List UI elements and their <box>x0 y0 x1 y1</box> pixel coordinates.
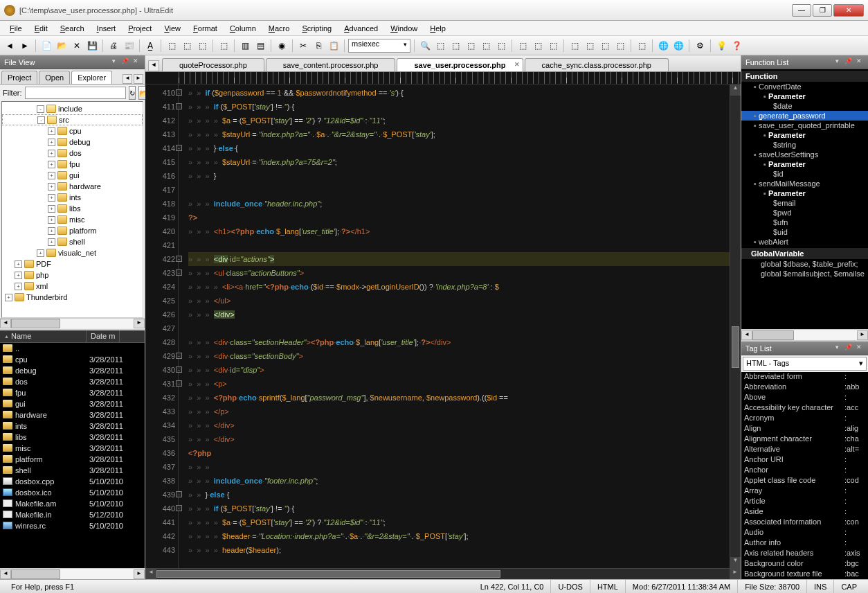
scroll-thumb[interactable] <box>752 330 794 340</box>
file-row[interactable]: hardware3/28/2011 <box>0 409 145 421</box>
menu-advanced[interactable]: Advanced <box>338 23 383 34</box>
editor-tab[interactable]: quoteProcessor.php <box>162 58 264 71</box>
function-item[interactable]: webAlert <box>741 237 868 247</box>
tree-item-include[interactable]: -include <box>2 103 143 114</box>
function-item[interactable]: sendMailMessage <box>741 179 868 188</box>
find-next-button[interactable]: ⬚ <box>433 39 447 53</box>
tool-button-16[interactable]: ⬚ <box>598 39 612 53</box>
tree-item-Thunderbird[interactable]: +Thunderbird <box>2 292 143 303</box>
tool-button-14[interactable]: ⬚ <box>568 39 581 53</box>
tag-row[interactable]: Acronym: <box>741 414 868 424</box>
hscroll-thumb[interactable] <box>156 570 500 578</box>
file-row[interactable]: gui3/28/2011 <box>0 398 145 409</box>
tag-row[interactable]: Article: <box>741 497 868 507</box>
open-button[interactable]: 📂 <box>55 39 69 53</box>
panel-menu-icon[interactable]: ▾ <box>109 57 118 67</box>
editor-vscroll[interactable]: ▲ ▼ <box>730 85 741 568</box>
file-row[interactable]: misc3/28/2011 <box>0 443 145 454</box>
toolbar-combo[interactable]: msiexec <box>348 39 410 53</box>
tag-row[interactable]: Alternative:alt= <box>741 445 868 455</box>
file-row[interactable]: .. <box>0 343 145 354</box>
fileview-tab-explorer[interactable]: Explorer <box>71 71 112 84</box>
function-item[interactable]: Parameter <box>741 159 868 169</box>
tool-button-18[interactable]: ⬚ <box>635 39 649 53</box>
file-row[interactable]: Makefile.am5/10/2010 <box>0 498 145 509</box>
maximize-button[interactable]: ❐ <box>813 4 832 17</box>
file-row[interactable]: winres.rc5/10/2010 <box>0 520 145 531</box>
tree-item-platform[interactable]: +platform <box>2 225 143 236</box>
tree-item-libs[interactable]: +libs <box>2 203 143 214</box>
file-row[interactable]: dos3/28/2011 <box>0 376 145 387</box>
tag-row[interactable]: Abbreviated form: <box>741 372 868 382</box>
panel-pin-icon[interactable]: 📌 <box>843 344 853 353</box>
scroll-thumb[interactable] <box>11 569 60 579</box>
tag-row[interactable]: Background texture file:bac <box>741 569 868 579</box>
file-row[interactable]: shell3/28/2011 <box>0 465 145 476</box>
file-row[interactable]: cpu3/28/2011 <box>0 354 145 365</box>
replace-button[interactable]: ⬚ <box>449 39 462 53</box>
tree-item-PDF[interactable]: +PDF <box>2 258 143 269</box>
tool-button-17[interactable]: ⬚ <box>613 39 627 53</box>
tree-item-cpu[interactable]: +cpu <box>2 125 143 136</box>
copy-button[interactable]: ⎘ <box>311 39 325 53</box>
scroll-left-icon[interactable]: ◄ <box>741 330 752 340</box>
file-row[interactable]: Makefile.in5/12/2010 <box>0 509 145 520</box>
column-button[interactable]: ▥ <box>238 39 252 53</box>
tag-row[interactable]: Alignment character:cha <box>741 434 868 445</box>
about-button[interactable]: ❓ <box>730 39 743 53</box>
filelist-body[interactable]: ..cpu3/28/2011debug3/28/2011dos3/28/2011… <box>0 343 145 568</box>
back-button[interactable]: ◄ <box>3 39 17 53</box>
filter-refresh-button[interactable]: ↻ <box>129 86 136 100</box>
function-item[interactable]: GlobalVariable <box>741 248 868 259</box>
file-row[interactable]: ints3/28/2011 <box>0 421 145 432</box>
tree-item-php[interactable]: +php <box>2 269 143 281</box>
tree-item-dos[interactable]: +dos <box>2 148 143 159</box>
tag-list-combo[interactable]: HTML - Tags <box>743 357 867 371</box>
file-row[interactable]: debug3/28/2011 <box>0 365 145 376</box>
menu-format[interactable]: Format <box>188 23 223 34</box>
function-item[interactable]: $ufn <box>741 218 868 227</box>
menu-view[interactable]: View <box>159 23 186 34</box>
function-item[interactable]: $pwd <box>741 208 868 218</box>
col-name[interactable]: Name <box>0 330 87 342</box>
file-row[interactable]: dosbox.ico5/10/2010 <box>0 487 145 498</box>
panel-pin-icon[interactable]: 📌 <box>843 57 853 67</box>
tag-row[interactable]: Applet class file code:cod <box>741 476 868 486</box>
help-button[interactable]: 💡 <box>714 39 728 53</box>
function-item[interactable]: save_user_quoted_printable <box>741 121 868 130</box>
function-item[interactable]: $date <box>741 101 868 111</box>
menu-edit[interactable]: Edit <box>29 23 53 34</box>
menu-project[interactable]: Project <box>123 23 157 34</box>
tree-item-shell[interactable]: +shell <box>2 236 143 247</box>
wrap-button[interactable]: ▤ <box>253 39 267 53</box>
scroll-down-icon[interactable]: ▼ <box>730 557 741 568</box>
tree-item-hardware[interactable]: +hardware <box>2 181 143 192</box>
function-item[interactable]: saveUserSettings <box>741 150 868 159</box>
tag-row[interactable]: Background color:bgc <box>741 559 868 569</box>
tool-button-9[interactable]: ⬚ <box>479 39 493 53</box>
tool-button-4[interactable]: ⬚ <box>217 39 230 53</box>
tree-item-visualc_net[interactable]: +visualc_net <box>2 247 143 258</box>
panel-menu-icon[interactable]: ▾ <box>832 344 842 353</box>
menu-window[interactable]: Window <box>385 23 423 34</box>
tab-scroll-left-icon[interactable]: ◄ <box>148 60 159 71</box>
tag-row[interactable]: Above: <box>741 393 868 403</box>
new-button[interactable]: 📄 <box>39 39 53 53</box>
panel-close-icon[interactable]: ✕ <box>854 57 864 67</box>
toggle-button-1[interactable]: A̲ <box>143 39 157 53</box>
tree-item-misc[interactable]: +misc <box>2 214 143 225</box>
scroll-right-icon[interactable]: ► <box>134 569 145 579</box>
cut-button[interactable]: ✂ <box>296 39 310 53</box>
function-item[interactable]: Parameter <box>741 130 868 140</box>
panel-close-icon[interactable]: ✕ <box>131 57 141 67</box>
tag-row[interactable]: Audio: <box>741 528 868 538</box>
panel-close-icon[interactable]: ✕ <box>854 344 864 353</box>
menu-help[interactable]: Help <box>424 23 451 34</box>
find-button[interactable]: 🔍 <box>418 39 432 53</box>
function-item[interactable]: global $dbase, $table_prefix; <box>741 259 868 269</box>
scroll-left-icon[interactable]: ◄ <box>145 569 156 579</box>
tree-item-debug[interactable]: +debug <box>2 136 143 148</box>
editor-tab[interactable]: save_user.processor.php✕ <box>397 58 523 71</box>
tag-row[interactable]: Anchor: <box>741 466 868 476</box>
function-item[interactable]: $uid <box>741 227 868 237</box>
